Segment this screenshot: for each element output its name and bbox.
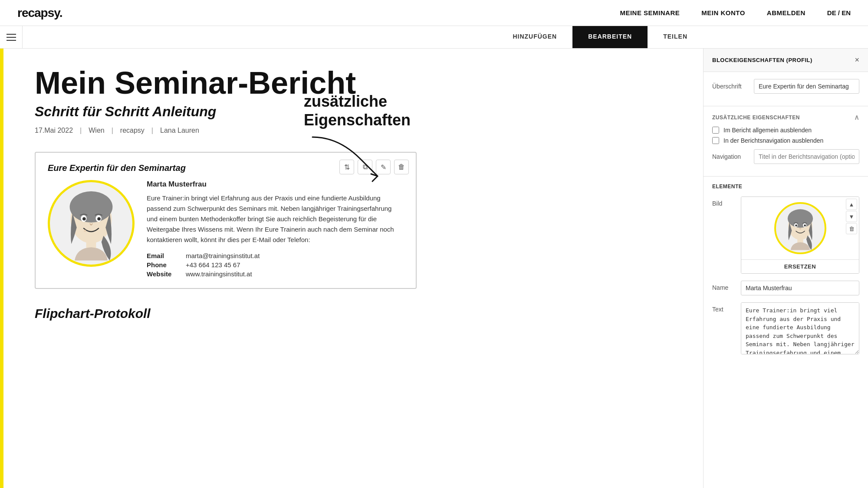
report-meta: 17.Mai 2022 | Wien | recapsy | Lana Laur… [35, 127, 417, 134]
elemente-title: ELEMENTE [712, 183, 859, 190]
toolbar: HINZUFÜGEN BEARBEITEN TEILEN [0, 26, 868, 49]
element-image-controls: ▲ ▼ 🗑 [846, 199, 857, 234]
name-label: Name [712, 281, 734, 291]
nav-abmelden[interactable]: ABMELDEN [767, 9, 806, 16]
main-layout: Mein Seminar-Bericht Schritt für Schritt… [0, 49, 868, 488]
meta-author: Lana Lauren [160, 127, 199, 134]
panel-close-button[interactable]: × [855, 56, 859, 65]
profile-contacts: Email marta@trainingsinstitut.at Phone +… [147, 252, 404, 278]
img-up-btn[interactable]: ▲ [846, 199, 857, 210]
bild-label: Bild [712, 197, 734, 207]
checkbox-navigation-input[interactable] [712, 137, 719, 144]
block-copy-btn[interactable]: ⧉ [358, 160, 372, 174]
avatar-svg [50, 182, 132, 265]
element-text-row: Text Eure Trainer:in bringt viel Erfahru… [712, 302, 859, 354]
contact-website: Website www.trainingsinstitut.at [147, 270, 404, 278]
element-image-wrap: ▲ ▼ 🗑 [741, 197, 859, 274]
profile-image-wrap [48, 180, 135, 278]
yellow-accent-bar [0, 49, 3, 488]
tab-bearbeiten[interactable]: BEARBEITEN [572, 26, 648, 48]
svg-point-4 [82, 217, 86, 221]
content-inner: Mein Seminar-Bericht Schritt für Schritt… [0, 49, 443, 338]
nav-konto[interactable]: MEIN KONTO [701, 9, 745, 16]
element-name-row: Name [712, 281, 859, 295]
zusaetzliche-section: ZUSÄTZLICHE EIGENSCHAFTEN ∧ Im Bericht a… [704, 106, 868, 177]
ueberschrift-field-row: Überschrift [712, 79, 859, 94]
element-avatar-svg [776, 204, 825, 252]
element-image-inner: ▲ ▼ 🗑 [741, 197, 859, 273]
ueberschrift-label: Überschrift [712, 83, 747, 90]
panel-ueberschrift-section: Überschrift [704, 72, 868, 106]
report-title: Mein Seminar-Bericht [35, 66, 417, 100]
svg-point-1 [70, 191, 113, 223]
block-move-btn[interactable]: ⇅ [339, 160, 354, 174]
element-bild-row: Bild ▲ ▼ 🗑 [712, 197, 859, 274]
logo: recapsy. [17, 6, 62, 20]
hamburger-menu[interactable] [0, 26, 23, 48]
ersetzen-button[interactable]: ERSETZEN [741, 259, 859, 273]
profile-block: Eure Expertin für den Seminartag ⇅ ⧉ ✎ 🗑 [35, 152, 417, 289]
right-panel: BLOCKEIGENSCHAFTEN (PROFIL) × Überschrif… [703, 49, 868, 488]
toolbar-tabs: HINZUFÜGEN BEARBEITEN TEILEN [23, 26, 703, 48]
svg-point-12 [795, 225, 797, 226]
img-delete-btn[interactable]: 🗑 [846, 223, 857, 234]
navigation-input[interactable] [754, 149, 859, 164]
svg-point-7 [84, 229, 86, 232]
profile-text: Eure Trainer:in bringt viel Erfahrung au… [147, 193, 404, 245]
meta-date: 17.Mai 2022 [35, 127, 73, 134]
tab-teilen[interactable]: TEILEN [648, 26, 703, 48]
block-delete-btn[interactable]: 🗑 [394, 160, 409, 174]
main-nav: MEINE SEMINARE MEIN KONTO ABMELDEN DE / … [620, 9, 851, 16]
panel-title: BLOCKEIGENSCHAFTEN (PROFIL) [712, 57, 812, 63]
text-textarea[interactable]: Eure Trainer:in bringt viel Erfahrung au… [741, 302, 859, 354]
report-subtitle: Schritt für Schritt Anleitung [35, 104, 417, 120]
elemente-section: ELEMENTE Bild ▲ ▼ 🗑 [704, 177, 868, 368]
contact-phone: Phone +43 664 123 45 67 [147, 261, 404, 269]
profile-content: Marta Musterfrau Eure Trainer:in bringt … [48, 180, 404, 278]
block-edit-btn[interactable]: ✎ [376, 160, 391, 174]
checkbox-navigation: In der Berichtsnavigation ausblenden [712, 137, 859, 144]
element-avatar-preview [774, 202, 826, 254]
navigation-field-row: Navigation [712, 149, 859, 164]
meta-location: Wien [89, 127, 104, 134]
img-down-btn[interactable]: ▼ [846, 211, 857, 222]
ueberschrift-input[interactable] [754, 79, 859, 94]
contact-email: Email marta@trainingsinstitut.at [147, 252, 404, 259]
svg-point-13 [804, 225, 806, 226]
navigation-label: Navigation [712, 153, 747, 160]
panel-header: BLOCKEIGENSCHAFTEN (PROFIL) × [704, 49, 868, 72]
checkbox-allgemein: Im Bericht allgemein ausblenden [712, 127, 859, 134]
svg-point-9 [787, 209, 812, 228]
name-input[interactable] [741, 281, 859, 295]
hamburger-icon [7, 34, 16, 41]
meta-platform: recapsy [120, 127, 145, 134]
section-title-flipchart: Flipchart-Protokoll [35, 306, 417, 321]
nav-seminare[interactable]: MEINE SEMINARE [620, 9, 680, 16]
content-area: Mein Seminar-Bericht Schritt für Schritt… [0, 49, 703, 488]
chevron-up-icon: ∧ [854, 113, 860, 121]
profile-info: Marta Musterfrau Eure Trainer:in bringt … [147, 180, 404, 278]
svg-point-5 [97, 217, 101, 221]
checkbox-allgemein-input[interactable] [712, 127, 719, 134]
block-controls: ⇅ ⧉ ✎ 🗑 [339, 160, 409, 174]
tab-hinzufuegen[interactable]: HINZUFÜGEN [497, 26, 572, 48]
zusaetzliche-title: ZUSÄTZLICHE EIGENSCHAFTEN ∧ [712, 113, 859, 121]
text-label: Text [712, 302, 734, 313]
header: recapsy. MEINE SEMINARE MEIN KONTO ABMEL… [0, 0, 868, 26]
profile-avatar [48, 180, 135, 267]
lang-switcher[interactable]: DE / EN [827, 9, 851, 16]
profile-name: Marta Musterfrau [147, 180, 404, 189]
